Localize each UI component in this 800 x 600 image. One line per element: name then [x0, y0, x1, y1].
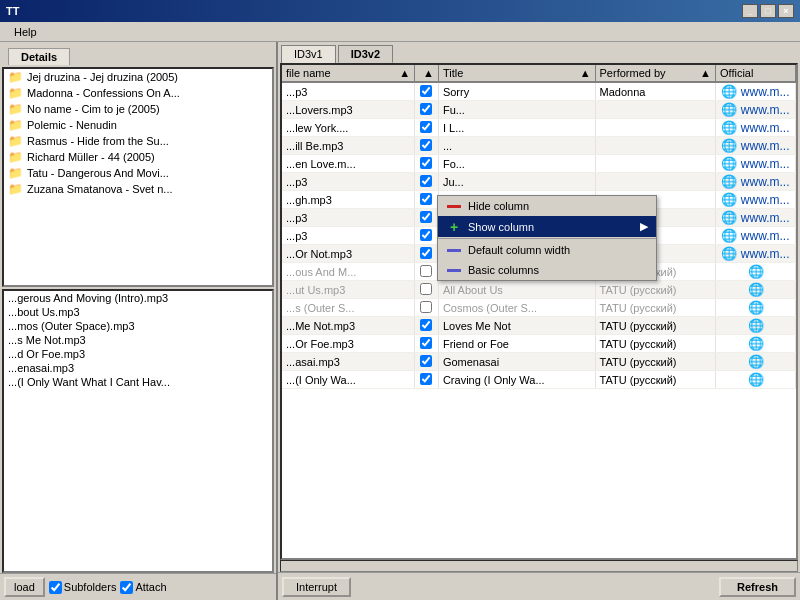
load-button[interactable]: load — [4, 577, 45, 597]
maximize-button[interactable]: □ — [760, 4, 776, 18]
refresh-button[interactable]: Refresh — [719, 577, 796, 597]
cell-check[interactable] — [415, 317, 439, 335]
cell-check[interactable] — [415, 227, 439, 245]
right-panel: ID3v1 ID3v2 file name ▲ — [278, 42, 800, 600]
folder-list-item[interactable]: 📁Tatu - Dangerous And Movi... — [4, 165, 272, 181]
ctx-hide-column[interactable]: Hide column — [438, 196, 656, 216]
cell-official: 🌐 www.m... — [716, 209, 796, 227]
col-performer[interactable]: Performed by ▲ — [595, 65, 715, 82]
folder-list-item[interactable]: 📁Jej druzina - Jej druzina (2005) — [4, 69, 272, 85]
internet-icon-tatu: 🌐 — [748, 264, 764, 279]
table-row[interactable]: ...ill Be.mp3 ... 🌐 www.m... — [282, 137, 796, 155]
table-row[interactable]: ...ut Us.mp3 All About Us TATU (русский)… — [282, 281, 796, 299]
ctx-default-width[interactable]: Default column width — [438, 240, 656, 260]
cell-filename: ...p3 — [282, 209, 415, 227]
horiz-scrollbar[interactable] — [280, 560, 798, 572]
col-check[interactable]: ▲ — [415, 65, 439, 82]
cell-check[interactable] — [415, 137, 439, 155]
attach-checkbox-label[interactable]: Attach — [120, 581, 166, 594]
tab-id3v1[interactable]: ID3v1 — [281, 45, 336, 63]
minimize-button[interactable]: _ — [742, 4, 758, 18]
file-list-item[interactable]: ...d Or Foe.mp3 — [4, 347, 272, 361]
cell-filename: ...lew York.... — [282, 119, 415, 137]
cell-official: 🌐 www.m... — [716, 155, 796, 173]
folder-list-item[interactable]: 📁Richard Müller - 44 (2005) — [4, 149, 272, 165]
internet-icon: 🌐 — [721, 138, 737, 153]
folder-list-item[interactable]: 📁No name - Cim to je (2005) — [4, 101, 272, 117]
table-row[interactable]: ...p3 Ju... 🌐 www.m... — [282, 173, 796, 191]
main-container: Details 📁Jej druzina - Jej druzina (2005… — [0, 42, 800, 600]
cell-performer — [595, 101, 715, 119]
folder-list[interactable]: 📁Jej druzina - Jej druzina (2005)📁Madonn… — [4, 69, 272, 285]
file-list-item[interactable]: ...enasai.mp3 — [4, 361, 272, 375]
table-row[interactable]: ...s (Outer S... Cosmos (Outer S... TATU… — [282, 299, 796, 317]
col-official[interactable]: Official — [716, 65, 796, 82]
folder-icon: 📁 — [8, 166, 23, 180]
cell-check[interactable] — [415, 101, 439, 119]
folder-list-item[interactable]: 📁Polemic - Nenudin — [4, 117, 272, 133]
titlebar: TT _ □ × — [0, 0, 800, 22]
cell-check[interactable] — [415, 281, 439, 299]
close-button[interactable]: × — [778, 4, 794, 18]
table-row[interactable]: ...Or Foe.mp3 Friend or Foe TATU (русски… — [282, 335, 796, 353]
sort-icon-performer: ▲ — [700, 67, 711, 79]
ctx-show-column[interactable]: + Show column ▶ — [438, 216, 656, 237]
cell-check[interactable] — [415, 119, 439, 137]
table-row[interactable]: ...Me Not.mp3 Loves Me Not TATU (русский… — [282, 317, 796, 335]
file-list-item[interactable]: ...s Me Not.mp3 — [4, 333, 272, 347]
file-list-item[interactable]: ...bout Us.mp3 — [4, 305, 272, 319]
cell-performer — [595, 173, 715, 191]
ctx-basic-columns[interactable]: Basic columns — [438, 260, 656, 280]
col-filename[interactable]: file name ▲ — [282, 65, 415, 82]
table-row[interactable]: ...asai.mp3 Gomenasai TATU (русский) 🌐 — [282, 353, 796, 371]
cell-performer: TATU (русский) — [595, 371, 715, 389]
folder-list-item[interactable]: 📁Rasmus - Hide from the Su... — [4, 133, 272, 149]
tab-id3v2[interactable]: ID3v2 — [338, 45, 393, 63]
cell-check[interactable] — [415, 335, 439, 353]
cell-filename: ...en Love.m... — [282, 155, 415, 173]
cell-check[interactable] — [415, 299, 439, 317]
basic-columns-icon — [446, 264, 462, 276]
table-row[interactable]: ...Lovers.mp3 Fu... 🌐 www.m... — [282, 101, 796, 119]
file-list-item[interactable]: ...gerous And Moving (Intro).mp3 — [4, 291, 272, 305]
context-menu: Hide column + Show column ▶ Default colu… — [437, 195, 657, 281]
file-list[interactable]: ...gerous And Moving (Intro).mp3...bout … — [4, 291, 272, 571]
cell-check[interactable] — [415, 173, 439, 191]
cell-check[interactable] — [415, 245, 439, 263]
cell-performer: TATU (русский) — [595, 335, 715, 353]
cell-check[interactable] — [415, 353, 439, 371]
cell-title: Cosmos (Outer S... — [438, 299, 595, 317]
cell-check[interactable] — [415, 209, 439, 227]
cell-check[interactable] — [415, 263, 439, 281]
folder-icon: 📁 — [8, 150, 23, 164]
cell-check[interactable] — [415, 82, 439, 101]
cell-filename: ...(I Only Wa... — [282, 371, 415, 389]
folder-list-item[interactable]: 📁Zuzana Smatanova - Svet n... — [4, 181, 272, 197]
details-tab[interactable]: Details — [8, 48, 70, 65]
menu-help[interactable]: Help — [6, 25, 45, 39]
cell-check[interactable] — [415, 371, 439, 389]
subfolders-checkbox-label[interactable]: Subfolders — [49, 581, 117, 594]
cell-check[interactable] — [415, 155, 439, 173]
subfolders-checkbox[interactable] — [49, 581, 62, 594]
file-list-item[interactable]: ...(I Only Want What I Cant Hav... — [4, 375, 272, 389]
table-wrapper[interactable]: file name ▲ ▲ — [282, 65, 796, 558]
attach-checkbox[interactable] — [120, 581, 133, 594]
interrupt-button[interactable]: Interrupt — [282, 577, 351, 597]
table-row[interactable]: ...(I Only Wa... Craving (I Only Wa... T… — [282, 371, 796, 389]
cell-filename: ...p3 — [282, 227, 415, 245]
cell-official: 🌐 www.m... — [716, 245, 796, 263]
internet-icon: 🌐 — [721, 246, 737, 261]
bottom-bar: load Subfolders Attach — [0, 573, 276, 600]
table-header-row: file name ▲ ▲ — [282, 65, 796, 82]
folder-list-item[interactable]: 📁Madonna - Confessions On A... — [4, 85, 272, 101]
cell-check[interactable] — [415, 191, 439, 209]
table-row[interactable]: ...lew York.... I L... 🌐 www.m... — [282, 119, 796, 137]
col-title[interactable]: Title ▲ — [438, 65, 595, 82]
internet-icon-tatu: 🌐 — [748, 336, 764, 351]
cell-title: I L... — [438, 119, 595, 137]
table-row[interactable]: ...en Love.m... Fo... 🌐 www.m... — [282, 155, 796, 173]
ctx-show-column-label: Show column — [468, 221, 534, 233]
file-list-item[interactable]: ...mos (Outer Space).mp3 — [4, 319, 272, 333]
table-row[interactable]: ...p3 Sorry Madonna 🌐 www.m... — [282, 82, 796, 101]
